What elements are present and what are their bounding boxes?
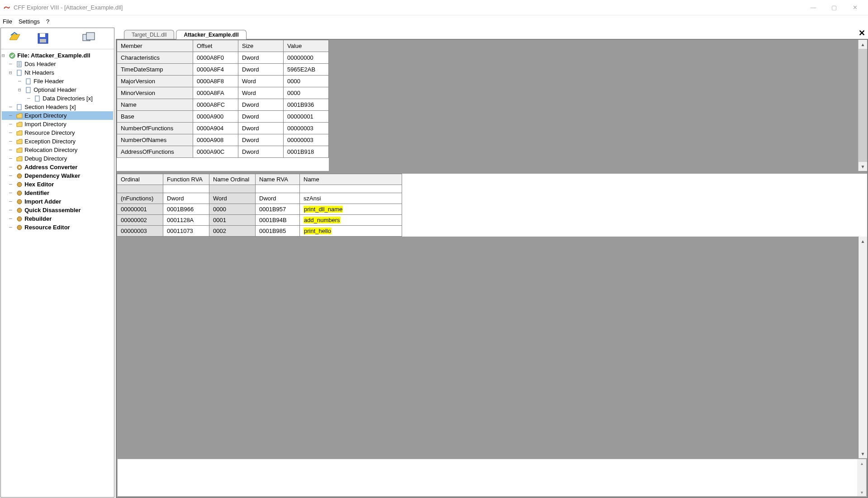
windows-icon[interactable] [81,31,97,46]
tree-dos-header[interactable]: ─ Dos Header [2,60,113,68]
col-function-rva[interactable]: Function RVA [163,174,209,185]
tree-dependency-walker[interactable]: ─ Dependency Walker [2,171,113,180]
scroll-down-icon[interactable]: ▼ [859,162,867,171]
scroll-down-icon[interactable]: ▾ [857,488,866,496]
open-file-icon[interactable] [7,31,23,46]
table-row[interactable]: NumberOfNames0000A908Dword00000003 [117,134,329,146]
svg-point-18 [17,182,22,187]
svg-point-20 [17,199,22,204]
svg-rect-11 [26,79,30,84]
table-row[interactable]: Name0000A8FCDword0001B936 [117,99,329,111]
tree-root[interactable]: ⊟ File: Attacker_Example.dll [2,51,113,60]
col-value[interactable]: Value [284,40,329,52]
scroll-up-icon[interactable]: ▲ [859,237,867,246]
svg-rect-1 [40,33,45,37]
svg-point-22 [17,217,22,221]
page-icon [16,104,23,111]
table-row[interactable]: 000000030001107300020001B985print_hello [117,226,402,237]
upper-scrollbar[interactable]: ▲ ▼ [858,40,867,171]
tree-optional-header[interactable]: ⊟ Optional Header [2,85,113,94]
col-offset[interactable]: Offset [193,40,238,52]
table-row[interactable]: Characteristics0000A8F0Dword00000000 [117,52,329,64]
svg-point-19 [17,191,22,195]
col-ordinal[interactable]: Ordinal [117,174,163,185]
tree-import-adder[interactable]: ─ Import Adder [2,197,113,206]
col-member[interactable]: Member [117,40,193,52]
scroll-thumb[interactable] [859,49,867,162]
tool-icon [16,207,23,214]
svg-rect-13 [35,96,39,101]
tree-identifier[interactable]: ─ Identifier [2,189,113,197]
output-scrollbar[interactable]: ▴ ▾ [857,459,866,496]
col-name[interactable]: Name [300,174,402,185]
col-name-ordinal[interactable]: Name Ordinal [209,174,256,185]
tree-quick-disassembler[interactable]: ─ Quick Disassembler [2,206,113,214]
tree-export-directory[interactable]: ─ Export Directory [2,111,113,120]
members-table[interactable]: Member Offset Size Value Characteristics… [117,40,329,171]
table-row[interactable]: 000000020001128A00010001B94Badd_numbers [117,215,402,226]
table-row[interactable]: TimeDateStamp0000A8F4Dword5965E2AB [117,64,329,76]
svg-rect-2 [40,39,46,43]
tree-data-directories[interactable]: ─ Data Directories [x] [2,94,113,103]
tab-attacker-example[interactable]: Attacker_Example.dll [176,30,246,39]
save-file-icon[interactable] [35,31,51,46]
tool-icon [16,224,23,231]
page-icon [34,95,41,102]
tree-section-headers[interactable]: ─ Section Headers [x] [2,103,113,111]
tree-rebuilder[interactable]: ─ Rebuilder [2,214,113,223]
exports-table[interactable]: Ordinal Function RVA Name Ordinal Name R… [117,174,867,237]
app-icon [3,4,11,12]
tree-root-label: File: Attacker_Example.dll [17,52,90,59]
table-row[interactable]: AddressOfFunctions0000A90CDword0001B918 [117,146,329,158]
menu-help[interactable]: ? [46,18,49,25]
tree-import-directory[interactable]: ─ Import Directory [2,120,113,128]
table-row[interactable]: MinorVersion0000A8FAWord0000 [117,87,329,99]
svg-rect-12 [26,87,30,93]
table-row[interactable]: MajorVersion0000A8F8Word0000 [117,76,329,87]
tab-close-button[interactable]: ✕ [859,28,865,38]
scroll-up-icon[interactable]: ▲ [859,40,867,49]
menubar: File Settings ? [0,15,868,27]
tree-file-header[interactable]: ─ File Header [2,77,113,85]
tree-view[interactable]: ⊟ File: Attacker_Example.dll ─ Dos Heade… [1,49,114,497]
menu-file[interactable]: File [3,18,12,25]
tab-target-dll[interactable]: Target_DLL.dll [124,30,174,39]
table-row[interactable]: NumberOfFunctions0000A904Dword00000003 [117,123,329,134]
file-root-icon [9,52,16,59]
tabbar: Target_DLL.dll Attacker_Example.dll ✕ [116,27,868,39]
tool-icon [16,172,23,180]
content-area: Member Offset Size Value Characteristics… [116,39,868,498]
maximize-button[interactable]: ▢ [824,1,844,14]
lower-scrollbar[interactable]: ▲ ▼ [858,237,867,458]
tree-resource-directory[interactable]: ─ Resource Directory [2,128,113,137]
svg-point-16 [19,166,20,168]
tool-icon [16,181,23,188]
menu-settings[interactable]: Settings [19,18,40,25]
table-row[interactable]: Base0000A900Dword00000001 [117,111,329,123]
table-row[interactable]: 000000010001B96600000001B957print_dll_na… [117,204,402,215]
output-panel[interactable]: ▴ ▾ [117,458,867,497]
tool-icon [16,164,23,171]
tool-icon [16,215,23,223]
tree-nt-headers[interactable]: ⊟ Nt Headers [2,68,113,77]
folder-icon [16,138,23,145]
folder-icon [16,121,23,128]
svg-point-17 [17,174,22,178]
col-size[interactable]: Size [238,40,284,52]
scroll-down-icon[interactable]: ▼ [859,449,867,458]
scroll-up-icon[interactable]: ▴ [857,459,866,467]
minimize-button[interactable]: — [803,1,824,14]
svg-point-21 [17,208,22,213]
tree-relocation-directory[interactable]: ─ Relocation Directory [2,146,113,154]
tree-resource-editor[interactable]: ─ Resource Editor [2,223,113,232]
tree-hex-editor[interactable]: ─ Hex Editor [2,180,113,189]
close-window-button[interactable]: ✕ [844,1,865,14]
tool-icon [16,190,23,197]
right-panel: Target_DLL.dll Attacker_Example.dll ✕ Me… [115,27,868,498]
svg-rect-10 [17,70,21,76]
tree-address-converter[interactable]: ─ Address Converter [2,163,113,171]
tree-exception-directory[interactable]: ─ Exception Directory [2,137,113,146]
folder-icon [16,129,23,137]
tree-debug-directory[interactable]: ─ Debug Directory [2,154,113,163]
col-name-rva[interactable]: Name RVA [256,174,300,185]
